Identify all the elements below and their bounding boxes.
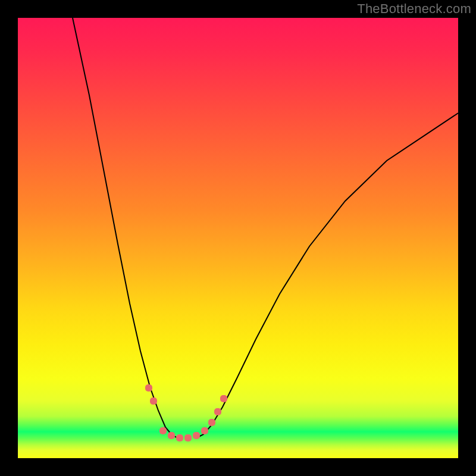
valley-marker <box>184 434 192 441</box>
valley-marker <box>214 408 221 415</box>
curve-layer <box>18 18 458 458</box>
valley-marker <box>193 432 200 439</box>
left-falling-arm <box>73 18 177 438</box>
valley-marker <box>150 397 157 405</box>
valley-marker <box>176 434 183 441</box>
valley-marker <box>208 419 215 426</box>
right-rising-arm <box>196 113 458 438</box>
valley-marker <box>159 427 167 434</box>
watermark-text: TheBottleneck.com <box>357 1 471 17</box>
valley-markers <box>145 384 227 441</box>
valley-marker <box>168 432 175 439</box>
chart-frame: TheBottleneck.com <box>0 0 476 476</box>
plot-area <box>18 18 458 458</box>
valley-marker <box>201 427 208 434</box>
valley-marker <box>145 384 152 392</box>
valley-marker <box>220 395 227 402</box>
